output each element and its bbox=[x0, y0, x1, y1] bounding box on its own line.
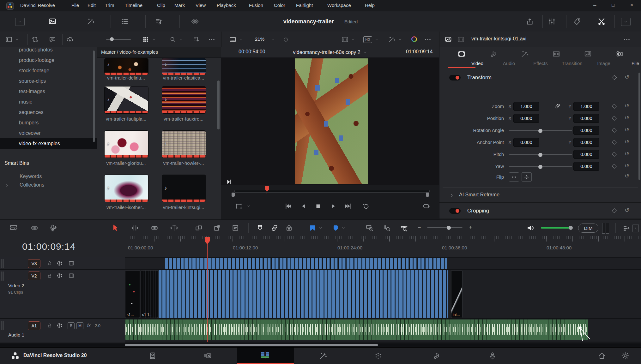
clip-thumbnail-gloriou[interactable]: ♪ bbox=[104, 130, 148, 158]
stop-button[interactable] bbox=[313, 202, 323, 210]
search-button[interactable] bbox=[169, 36, 177, 43]
yaw-slider-knob[interactable] bbox=[538, 165, 542, 169]
clip-label[interactable]: vm-trailer-isother... bbox=[101, 205, 151, 210]
match-frame-button[interactable] bbox=[421, 202, 431, 210]
anchor-x-input[interactable]: 0.000 bbox=[513, 138, 539, 147]
clip-int[interactable]: int... bbox=[451, 270, 463, 318]
viewer-scrubber[interactable] bbox=[234, 190, 430, 193]
mixer-button[interactable] bbox=[547, 17, 557, 26]
position-y-input[interactable]: 0.000 bbox=[573, 114, 599, 123]
sound-library-button[interactable] bbox=[154, 17, 164, 26]
rotation-reset-icon[interactable]: ↺ bbox=[625, 127, 629, 133]
timeline-hscrollbar-thumb[interactable] bbox=[125, 344, 378, 346]
track-v3-autoselect-icon[interactable] bbox=[56, 260, 63, 266]
color-grade-bypass-icon[interactable] bbox=[411, 36, 417, 42]
pitch-slider-knob[interactable] bbox=[538, 153, 542, 157]
window-maximize-button[interactable]: □ bbox=[612, 2, 614, 8]
insert-clip-button[interactable] bbox=[194, 224, 203, 232]
volume-slider-knob[interactable] bbox=[569, 226, 573, 230]
bin-item-test-images[interactable]: test-images bbox=[0, 86, 92, 97]
flag-clip-button[interactable] bbox=[310, 225, 315, 231]
zoom-x-input[interactable]: 1.000 bbox=[513, 102, 539, 111]
bin-item-bumpers[interactable]: bumpers bbox=[0, 117, 92, 128]
tab-audio[interactable]: Audio bbox=[477, 47, 509, 68]
sidebar-scrollbar[interactable] bbox=[93, 51, 95, 142]
clip-thumbnail-fauxtre[interactable]: ♪ bbox=[162, 86, 206, 114]
window-close-button[interactable]: × bbox=[630, 2, 633, 9]
clip-thumbnail-isother[interactable]: ♪ bbox=[104, 175, 148, 202]
viewer-more-options-button[interactable] bbox=[423, 36, 432, 43]
bin-list-chevron-icon[interactable] bbox=[15, 37, 20, 42]
collections-chevron-icon[interactable] bbox=[4, 183, 9, 188]
zoom-custom-button[interactable] bbox=[399, 224, 409, 232]
audio-monitor-speaker-icon[interactable] bbox=[526, 224, 535, 232]
clip-s1-1[interactable]: s1 1... bbox=[141, 270, 158, 318]
add-marker-button[interactable] bbox=[334, 225, 338, 231]
mixer-panel-toggle-button[interactable] bbox=[622, 224, 631, 232]
flip-reset-icon[interactable]: ↺ bbox=[625, 173, 629, 179]
usage-comments-button[interactable] bbox=[48, 35, 57, 44]
grid-view-chevron-icon[interactable] bbox=[152, 37, 157, 42]
track-v3-lock-icon[interactable] bbox=[46, 260, 53, 266]
menu-item-app[interactable]: DaVinci Resolve bbox=[20, 3, 55, 8]
menu-item-workspace[interactable]: Workspace bbox=[327, 3, 351, 8]
timeline-current-timecode[interactable]: 01:00:09:14 bbox=[22, 241, 76, 252]
inspector-expand-button[interactable] bbox=[621, 18, 631, 26]
media-pool-scrollbar[interactable] bbox=[217, 81, 220, 129]
inspector-more-options-button[interactable] bbox=[622, 36, 631, 43]
pitch-reset-icon[interactable]: ↺ bbox=[625, 151, 629, 157]
viewer-fx-button[interactable] bbox=[387, 35, 396, 44]
viewer-source-timecode[interactable]: 00:00:54:00 bbox=[239, 49, 265, 55]
linked-selection-button[interactable] bbox=[270, 224, 279, 232]
zoom-full-extent-button[interactable] bbox=[365, 224, 374, 232]
clip-label[interactable]: vm-trailer-deliriu... bbox=[101, 75, 151, 81]
clip-label[interactable]: vm-trailer-gloriou... bbox=[101, 160, 151, 166]
timeline-view-options-button[interactable] bbox=[9, 224, 18, 232]
page-cut-button[interactable] bbox=[203, 351, 212, 360]
tab-transition[interactable]: Transition bbox=[541, 47, 572, 68]
anchor-reset-icon[interactable]: ↺ bbox=[625, 139, 629, 145]
clip-thumbnail-howler[interactable]: ♪ bbox=[162, 130, 206, 158]
tab-image[interactable]: Image bbox=[572, 47, 604, 68]
menu-item-fairlight[interactable]: Fairlight bbox=[296, 3, 313, 8]
viewer-quality-button[interactable]: HQ bbox=[363, 36, 372, 43]
anchor-keyframe-icon[interactable] bbox=[612, 140, 617, 145]
track-v2-autoselect-icon[interactable] bbox=[56, 272, 63, 279]
viewer-fx-chevron-icon[interactable] bbox=[397, 37, 402, 42]
relink-media-button[interactable] bbox=[31, 35, 39, 44]
dynamic-trim-mode-button[interactable] bbox=[169, 224, 179, 232]
page-fusion-button[interactable] bbox=[318, 351, 328, 360]
volume-slider-track[interactable] bbox=[541, 227, 572, 229]
loop-playback-button[interactable] bbox=[361, 202, 371, 210]
viewer-layout-button[interactable] bbox=[228, 35, 238, 44]
viewer-zoom-chevron-icon[interactable] bbox=[270, 37, 275, 42]
track-v2-film-icon[interactable] bbox=[68, 272, 75, 279]
smart-bin-keywords[interactable]: Keywords bbox=[20, 174, 42, 179]
zoom-y-input[interactable]: 1.000 bbox=[573, 102, 599, 111]
out-point-handle[interactable] bbox=[426, 193, 429, 197]
viewer-timeline-name[interactable]: videomancy-trailer-60s copy 2 bbox=[293, 50, 360, 55]
transform-reset-icon[interactable]: ↺ bbox=[625, 74, 629, 80]
yaw-input[interactable]: 0.000 bbox=[573, 162, 599, 171]
transform-toggle[interactable] bbox=[449, 75, 461, 81]
track-a1-badge[interactable]: A1 bbox=[28, 321, 40, 330]
track-a1-solo-button[interactable]: S bbox=[68, 322, 75, 329]
cropping-toggle[interactable] bbox=[449, 208, 461, 214]
menu-item-playback[interactable]: Playback bbox=[217, 3, 236, 8]
clip-label[interactable]: vm-trailer-elastica... bbox=[158, 75, 209, 81]
viewer-zoom-level[interactable]: 21% bbox=[255, 36, 264, 42]
rotation-keyframe-icon[interactable] bbox=[612, 128, 617, 133]
tab-video[interactable]: Video bbox=[446, 47, 477, 68]
inspector-audio-clip-icon[interactable] bbox=[456, 36, 466, 43]
rotation-slider-knob[interactable] bbox=[538, 129, 542, 133]
flip-horizontal-button[interactable] bbox=[509, 172, 519, 182]
clip-label[interactable]: vm-trailer-faultpla... bbox=[101, 116, 151, 122]
viewer-quality-chevron-icon[interactable] bbox=[374, 37, 379, 42]
transform-keyframe-icon[interactable] bbox=[612, 75, 617, 80]
transform-overlay-button[interactable] bbox=[234, 202, 243, 210]
clip-thumbnail-elastica[interactable]: ♪ bbox=[162, 58, 206, 75]
pitch-keyframe-icon[interactable] bbox=[612, 152, 617, 157]
viewer-clip-mode-button[interactable] bbox=[341, 35, 349, 44]
menu-item-trim[interactable]: Trim bbox=[105, 3, 114, 8]
page-edit-button[interactable] bbox=[237, 348, 294, 363]
